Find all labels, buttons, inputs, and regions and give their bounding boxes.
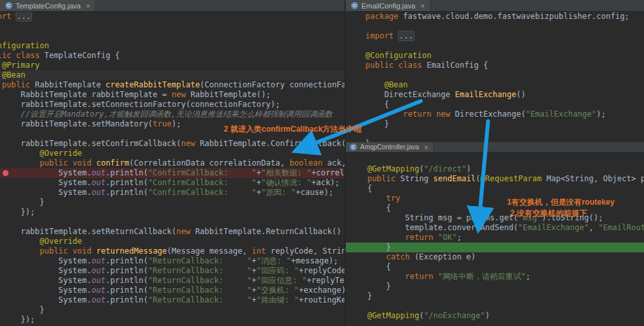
- code-line[interactable]: [0, 22, 345, 31]
- tab-templateconfig[interactable]: C TemplateConfig.java ×: [0, 0, 96, 11]
- code-token: {: [348, 262, 391, 271]
- code-token: "ReturnCallback: ": [148, 266, 252, 275]
- code-line[interactable]: try: [346, 194, 644, 203]
- code-line[interactable]: public void returnedMessage(Message mess…: [0, 246, 345, 256]
- code-line[interactable]: RabbitTemplate rabbitTemplate = new Rabb…: [0, 90, 345, 100]
- code-token: (Message message,: [167, 246, 252, 256]
- code-token: +exchange);: [299, 286, 345, 295]
- code-line[interactable]: rabbitTemplate.setConnectionFactory(conn…: [0, 100, 345, 110]
- tab-bar-right: C EmailConfig.java ×: [346, 0, 644, 12]
- close-icon[interactable]: ×: [421, 2, 425, 10]
- code-line[interactable]: {: [346, 100, 644, 110]
- code-line[interactable]: }: [346, 119, 644, 129]
- code-token: "OK": [438, 233, 457, 242]
- code-line[interactable]: {: [346, 184, 644, 194]
- code-token: sendEmail: [433, 174, 476, 183]
- code-token: System.: [0, 168, 91, 177]
- code-line[interactable]: [346, 129, 644, 139]
- editor-amqp-controller[interactable]: @GetMapping("/direct") public String sen…: [346, 153, 644, 326]
- code-line[interactable]: public String sendEmail(@RequestParam Ma…: [346, 174, 644, 184]
- code-line[interactable]: System.out.println("ConfirmCallback: "+"…: [0, 168, 345, 178]
- code-line[interactable]: [346, 301, 644, 311]
- folded-region[interactable]: ...: [399, 31, 414, 40]
- code-line[interactable]: template.convertAndSend("EmailExchange",…: [346, 223, 644, 233]
- code-token: public: [40, 246, 68, 256]
- code-line[interactable]: @Configuration: [0, 41, 345, 51]
- code-line[interactable]: [346, 70, 644, 80]
- tab-amqpcontroller[interactable]: C AmqpController.java ×: [345, 142, 434, 152]
- code-line[interactable]: }: [0, 198, 345, 207]
- code-token: ;: [526, 272, 530, 281]
- code-line[interactable]: System.out.println("ReturnCallback: "+"回…: [0, 266, 345, 276]
- tab-bar-amqp: C AmqpController.java ×: [345, 142, 644, 153]
- code-line[interactable]: @Configuration: [346, 51, 644, 61]
- code-line[interactable]: System.out.println("ReturnCallback: "+"路…: [0, 295, 345, 305]
- code-line[interactable]: public class TemplateConfig {: [0, 51, 345, 61]
- code-line[interactable]: @GetMapping("/direct"): [346, 164, 644, 174]
- tab-label: TemplateConfig.java: [16, 2, 81, 10]
- code-line[interactable]: System.out.println("ReturnCallback: "+"交…: [0, 286, 345, 295]
- breakpoint-icon[interactable]: [3, 170, 8, 176]
- editor-template-config[interactable]: import ...@Configurationpublic class Tem…: [0, 12, 345, 326]
- pane-divider[interactable]: [345, 0, 346, 326]
- code-line[interactable]: return new DirectExchange("EmailExchange…: [346, 110, 644, 119]
- code-line[interactable]: }: [346, 282, 644, 291]
- code-line[interactable]: System.out.println("ReturnCallback: "+"消…: [0, 256, 345, 266]
- code-token: out: [91, 256, 106, 265]
- code-line[interactable]: rabbitTemplate.setMandatory(true);: [0, 119, 345, 129]
- code-token: +: [252, 286, 256, 295]
- code-line[interactable]: [346, 155, 644, 164]
- tab-emailconfig[interactable]: C EmailConfig.java ×: [346, 0, 431, 11]
- code-line[interactable]: [346, 22, 644, 31]
- code-line[interactable]: rabbitTemplate.setConfirmCallback(new Ra…: [0, 139, 345, 149]
- code-line[interactable]: [0, 129, 345, 139]
- code-line[interactable]: @GetMapping("/noExchange"): [346, 311, 644, 321]
- code-line[interactable]: });: [0, 207, 345, 217]
- code-token: }: [348, 243, 391, 252]
- code-line[interactable]: catch (Exception e): [346, 252, 644, 262]
- code-line[interactable]: String msg = params.get("msg").toString(…: [346, 213, 644, 223]
- code-line[interactable]: @Override: [0, 237, 345, 246]
- code-token: ): [485, 311, 490, 320]
- code-line[interactable]: }: [346, 243, 644, 252]
- java-class-icon: C: [351, 2, 358, 9]
- code-line[interactable]: @Override: [0, 149, 345, 158]
- code-line[interactable]: DirectExchange EmailExchange(): [346, 90, 644, 100]
- code-line[interactable]: import ...: [346, 31, 644, 41]
- code-line[interactable]: return "OK";: [346, 233, 644, 243]
- code-line[interactable]: }: [346, 291, 644, 301]
- code-line[interactable]: public class EmailConfig {: [346, 61, 644, 70]
- code-line[interactable]: public RabbitTemplate createRabbitTempla…: [0, 80, 345, 90]
- code-line[interactable]: @Bean: [346, 80, 644, 90]
- close-icon[interactable]: ×: [86, 2, 90, 10]
- code-line[interactable]: });: [0, 315, 345, 325]
- editor-email-config[interactable]: package fastwave.cloud.demo.fastwavebizp…: [346, 12, 644, 142]
- code-line[interactable]: //设置开启Mandatory,才能触发回调函数,无论消息推送结果怎么样都强制调…: [0, 110, 345, 119]
- code-line[interactable]: return "网络中断，请稍后重试";: [346, 272, 644, 282]
- code-line[interactable]: import ...: [0, 12, 345, 22]
- code-line[interactable]: public void confirm(CorrelationData corr…: [0, 158, 345, 168]
- code-line[interactable]: System.out.println("ReturnCallback: "+"回…: [0, 276, 345, 286]
- code-token: }: [0, 198, 44, 207]
- code-token: "/noExchange": [424, 311, 485, 320]
- code-line[interactable]: package fastwave.cloud.demo.fastwavebizp…: [346, 12, 644, 22]
- code-line[interactable]: System.out.println("ConfirmCallback: "+"…: [0, 178, 345, 188]
- code-line[interactable]: [346, 41, 644, 51]
- code-token: });: [0, 207, 35, 216]
- code-token: public: [367, 174, 395, 183]
- code-line[interactable]: [0, 217, 345, 227]
- code-token: package: [365, 12, 399, 21]
- code-token: createRabbitTemplate: [106, 80, 200, 89]
- code-line[interactable]: @Bean: [0, 70, 345, 80]
- code-line[interactable]: {: [346, 203, 644, 213]
- code-token: "消息: ": [256, 256, 291, 265]
- code-token: "网络中断，请稍后重试": [438, 272, 525, 281]
- code-line[interactable]: [0, 31, 345, 41]
- code-line[interactable]: System.out.println("ConfirmCallback: "+"…: [0, 188, 345, 198]
- code-line[interactable]: {: [346, 262, 644, 272]
- code-line[interactable]: @Primary: [0, 61, 345, 70]
- code-line[interactable]: }: [0, 305, 345, 315]
- folded-region[interactable]: ...: [16, 12, 32, 21]
- code-line[interactable]: rabbitTemplate.setReturnCallback(new Rab…: [0, 227, 345, 237]
- close-icon[interactable]: ×: [424, 143, 428, 151]
